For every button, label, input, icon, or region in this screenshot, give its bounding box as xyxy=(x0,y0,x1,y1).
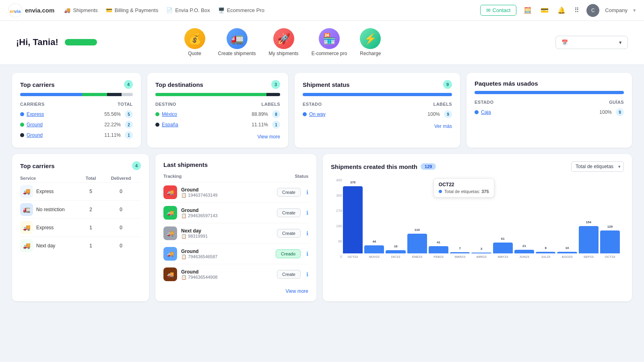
paquetes-header: Paquetes más usados xyxy=(475,80,624,87)
last-shipments-card: Last shipments Tracking Status 🚚 Ground … xyxy=(155,154,316,301)
chart-badge: 129 xyxy=(421,163,436,170)
status-btn-2[interactable]: Create xyxy=(277,229,301,238)
status-row-onway: On way 100% 9 xyxy=(303,109,452,119)
top-carriers-badge: 4 xyxy=(124,80,133,89)
billing-icon: 💳 xyxy=(106,7,112,13)
top-carriers-progress xyxy=(20,93,133,96)
top-dest-progress xyxy=(155,93,280,96)
ground2-link[interactable]: Ground xyxy=(27,132,43,138)
list-item: 🚚 Ground 📋 794636544908 Create ℹ xyxy=(163,264,308,284)
status-progress xyxy=(303,93,452,96)
pobox-icon: 📄 xyxy=(166,7,173,13)
nav-billing[interactable]: 💳 Billing & Payments xyxy=(106,7,158,13)
shipments-col-header: Tracking Status xyxy=(163,172,308,182)
carrier-row-ground-2: Ground 11.11% 1 xyxy=(20,130,133,140)
chart-title-group: Shipments created this month 129 xyxy=(331,163,436,170)
espana-dot xyxy=(155,123,159,127)
status-col: Status xyxy=(295,174,308,179)
tracking-num-2: 📋 98319991 xyxy=(181,234,273,239)
top-dest-header: Top destinations 3 xyxy=(155,80,280,89)
avatar[interactable]: C xyxy=(586,4,599,17)
nav-right: ✉ Contact 🧮 💳 🔔 ⠿ C Company ▾ xyxy=(480,4,636,17)
nav-shipments[interactable]: 🚚 Shipments xyxy=(64,7,97,13)
company-dropdown-icon[interactable]: ▾ xyxy=(633,7,636,13)
calculator-button[interactable]: 🧮 xyxy=(522,5,533,16)
action-ecommerce[interactable]: 🏪 E-commerce pro xyxy=(312,28,347,56)
status-ver-mas[interactable]: Ver más xyxy=(303,123,452,129)
mexico-count: 8 xyxy=(272,110,280,118)
caja-label: Caja xyxy=(481,109,599,115)
carriers-col-header: Carriers Total xyxy=(20,102,133,107)
action-recharge[interactable]: ⚡ Recharge xyxy=(360,28,381,56)
chart-card: Shipments created this month 129 Total d… xyxy=(323,154,632,301)
create-shipments-icon: 🚛 xyxy=(227,28,248,49)
shipments-icon: 🚚 xyxy=(64,7,70,13)
norestrict-total: 2 xyxy=(80,201,101,219)
dest-seg-espana xyxy=(266,93,280,96)
status-btn-0[interactable]: Create xyxy=(277,188,301,197)
list-item: 🚚 Ground 📋 794636546587 Creado ℹ xyxy=(163,243,308,264)
contact-button[interactable]: ✉ Contact xyxy=(480,5,517,16)
caja-count: 9 xyxy=(616,108,624,116)
bell-button[interactable]: 🔔 xyxy=(556,5,567,16)
info-icon-0[interactable]: ℹ xyxy=(306,189,308,195)
nav-pobox[interactable]: 📄 Envia P.O. Box xyxy=(166,7,210,13)
greeting: ¡Hi, Tania! xyxy=(16,37,58,47)
nav-ecommerce[interactable]: 🖥️ Ecommerce Pro xyxy=(218,7,264,13)
tracking-info-3: Ground 📋 794636546587 xyxy=(181,249,272,259)
top-carriers-title: Top carriers xyxy=(20,81,55,88)
logo[interactable]: en via envia.com xyxy=(8,3,54,18)
mexico-link[interactable]: México xyxy=(162,111,177,117)
status-seg-onway xyxy=(303,93,452,96)
norestrict-delivered: 0 xyxy=(101,201,141,219)
ecommerce-icon: 🖥️ xyxy=(218,7,225,13)
shipment-status-card: Shipment status 9 Estado labels On way 1… xyxy=(295,73,460,148)
status-btn-4[interactable]: Create xyxy=(277,270,301,279)
tracking-col: Tracking xyxy=(163,174,182,179)
dest-row-espana: España 11.11% 1 xyxy=(155,119,280,130)
info-icon-3[interactable]: ℹ xyxy=(306,251,308,257)
status-btn-1[interactable]: Create xyxy=(277,208,301,217)
express-link[interactable]: Express xyxy=(27,111,44,117)
date-picker-arrow: ▾ xyxy=(619,39,622,45)
wallet-button[interactable]: 💳 xyxy=(539,5,550,16)
express2-total: 1 xyxy=(80,219,101,237)
clipboard-1: 📋 xyxy=(181,213,187,218)
chart-select[interactable]: Total de etiquetas xyxy=(571,161,624,172)
grid-button[interactable]: ⠿ xyxy=(573,5,581,16)
ground2-pct: 11.11% xyxy=(104,132,121,138)
paquetes-card: Paquetes más usados Estado Guías Caja 10… xyxy=(466,73,632,148)
clipboard-4: 📋 xyxy=(181,275,187,280)
action-quote[interactable]: 💰 Quote xyxy=(184,28,205,56)
info-icon-4[interactable]: ℹ xyxy=(306,271,308,278)
nextday-delivered: 0 xyxy=(101,237,141,255)
carrier-badge-1: 🚚 xyxy=(163,206,177,220)
ground1-link[interactable]: Ground xyxy=(27,122,43,128)
nav-links: 🚚 Shipments 💳 Billing & Payments 📄 Envia… xyxy=(64,7,470,13)
express-delivered: 0 xyxy=(101,183,141,201)
nextday-svc-label: Next day xyxy=(36,243,55,249)
norestrict-svc-icon: 🚛 xyxy=(20,203,33,216)
tracking-info-2: Next day 📋 98319991 xyxy=(181,228,273,239)
clipboard-0: 📋 xyxy=(181,193,187,197)
info-icon-2[interactable]: ℹ xyxy=(306,230,308,237)
action-create-shipments[interactable]: 🚛 Create shipments xyxy=(218,28,256,56)
info-icon-1[interactable]: ℹ xyxy=(306,210,308,216)
chart-select-wrapper[interactable]: Total de etiquetas xyxy=(571,161,624,172)
bottom-row: Top carriers 4 Service Total Delivered xyxy=(12,154,632,301)
carriers-table-badge: 4 xyxy=(132,161,141,170)
table-row: 🚚 Next day 1 0 xyxy=(20,237,141,255)
svg-text:via: via xyxy=(14,9,21,14)
ground1-count: 2 xyxy=(125,121,133,129)
nextday-total: 1 xyxy=(80,237,101,255)
table-row: 🚚 Express 1 0 xyxy=(20,219,141,237)
status-btn-3[interactable]: Creado xyxy=(276,249,301,258)
dest-view-more[interactable]: View more xyxy=(155,134,280,140)
paquetes-col-header: Estado Guías xyxy=(475,100,624,105)
shipments-view-more[interactable]: View more xyxy=(163,288,308,294)
date-picker[interactable]: 📅 ▾ xyxy=(555,36,628,49)
action-my-shipments[interactable]: 🚀 My shipments xyxy=(269,28,299,56)
table-row: 🚛 No restriction 2 0 xyxy=(20,201,141,219)
company-name: Company xyxy=(605,7,627,13)
express2-delivered: 0 xyxy=(101,219,141,237)
